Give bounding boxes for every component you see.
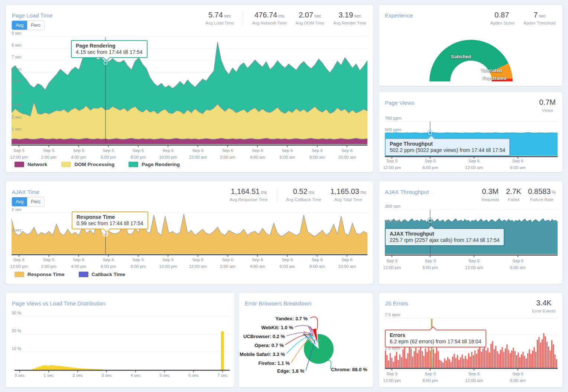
panel-page-load-time: Page Load Time Avg Perc 5.74sec Avg Load… bbox=[6, 4, 373, 172]
response-time-tooltip: Response Time 0.99 sec from 17:44 till 1… bbox=[72, 211, 148, 229]
x-axis-label: Sep 66:00 am bbox=[272, 148, 303, 161]
x-axis-label: Sep 68:00 am bbox=[302, 257, 333, 270]
legend-item-response-time[interactable]: Response Time bbox=[14, 272, 65, 277]
x-tick-line: 10:00 am bbox=[331, 154, 363, 161]
stat-value: 3.19 bbox=[338, 11, 353, 19]
page-title: AJAX Time bbox=[12, 189, 39, 195]
x-axis-label: Sep 66:00 am bbox=[272, 257, 303, 270]
x-axis-label: 2 sec bbox=[62, 372, 93, 379]
pie-label-mobile-safari: Mobile Safari: 3.3 % bbox=[240, 351, 285, 357]
perc-button[interactable]: Perc bbox=[27, 197, 44, 206]
x-tick-line: 6:00 pm bbox=[415, 165, 446, 171]
x-tick-line: Sep 6 bbox=[302, 148, 333, 154]
x-tick-line: Sep 6 bbox=[272, 257, 303, 263]
stat-value: 1,164.51 bbox=[231, 187, 260, 195]
page-throughput-tooltip: Page Throughput 502.2 ppm (5022 page vie… bbox=[385, 138, 510, 156]
callback-time-swatch bbox=[79, 272, 88, 277]
panel-ajax-throughput: AJAX Throughput 0.3M Requests 2.7K Faile… bbox=[379, 181, 563, 284]
stat-value: 0.7M bbox=[539, 98, 556, 106]
avg-button[interactable]: Avg bbox=[12, 21, 27, 30]
pie-label-chrome: Chrome: 88.0 % bbox=[331, 367, 367, 372]
page-load-chart[interactable] bbox=[6, 5, 373, 172]
x-axis-label: Sep 612:00 am bbox=[458, 158, 490, 171]
legend-item-callback-time[interactable]: Callback Time bbox=[79, 272, 126, 277]
stat-label: Requests bbox=[481, 197, 499, 202]
x-axis-label: Sep 54:00 pm bbox=[63, 148, 94, 161]
stat-unit: ms bbox=[309, 190, 315, 195]
x-tick-line: Sep 6 bbox=[272, 148, 303, 154]
response-time-swatch bbox=[14, 272, 24, 277]
panel-error-browsers-breakdown: Error Browsers Breakdown Chrome: 88.0 %E… bbox=[238, 292, 373, 388]
x-tick-line: Sep 6 bbox=[458, 158, 490, 165]
x-tick-line: 6:00 am bbox=[272, 263, 303, 270]
stat-label: Avg DOM Time bbox=[296, 21, 325, 25]
error-browsers-pie[interactable] bbox=[239, 293, 373, 387]
avg-button[interactable]: Avg bbox=[12, 197, 27, 206]
y-axis-label: 7 sec bbox=[12, 55, 22, 59]
x-axis-label: 1 sec bbox=[33, 372, 64, 379]
pie-label-opera: Opera: 0.7 % bbox=[254, 343, 284, 348]
x-axis-label: Sep 64:00 am bbox=[242, 148, 273, 161]
x-tick-line: Sep 5 bbox=[3, 148, 35, 154]
page-rendering-swatch bbox=[129, 162, 138, 167]
y-axis-label: 5 sec bbox=[12, 79, 22, 83]
stat-label: Avg Callback Time bbox=[286, 197, 321, 202]
x-axis-label: Sep 68:00 am bbox=[302, 148, 333, 161]
x-tick-line: Sep 5 bbox=[123, 257, 154, 263]
stat-label: Avg Load Time bbox=[205, 21, 234, 25]
stat-unit: ms bbox=[261, 190, 267, 195]
stat-label: Views bbox=[539, 108, 556, 113]
x-tick-line: Sep 5 bbox=[152, 148, 184, 154]
x-tick-line: Sep 5 bbox=[3, 257, 35, 263]
ajax-throughput-stats: 0.3M Requests 2.7K Failed 0.8583% Failur… bbox=[481, 187, 556, 202]
x-tick-line: Sep 5 bbox=[415, 371, 446, 378]
stat-views: 0.7M Views bbox=[539, 98, 556, 113]
x-axis-label: Sep 610:00 am bbox=[331, 148, 363, 161]
stat-avg-render-time: 3.19sec Avg Render Time bbox=[333, 11, 366, 25]
x-tick-line: 10:00 pm bbox=[152, 263, 184, 270]
page-title: Error Browsers Breakdown bbox=[245, 300, 311, 307]
panel-load-time-distribution: Page Views vs Load Time Distribution 0 s… bbox=[6, 292, 235, 388]
x-tick-line: 12:00 pm bbox=[376, 165, 408, 171]
x-tick-line: Sep 6 bbox=[242, 148, 273, 154]
page-load-legend: Network DOM Processing Page Rendering bbox=[14, 162, 180, 167]
x-tick-line: Sep 5 bbox=[376, 371, 408, 378]
x-tick-line: Sep 6 bbox=[182, 257, 214, 263]
pie-label-ucbrowser: UCBrowser: 0.2 % bbox=[243, 334, 285, 339]
x-tick-line: Sep 6 bbox=[502, 371, 533, 378]
x-tick-line: Sep 5 bbox=[93, 257, 124, 263]
x-axis-label: Sep 512:00 pm bbox=[376, 158, 408, 171]
legend-item-page-rendering[interactable]: Page Rendering bbox=[129, 162, 180, 167]
tooltip-body: 6.2 epm (62 errors) from 17:54 till 18:0… bbox=[390, 338, 481, 344]
legend-label: Page Rendering bbox=[142, 162, 180, 167]
x-tick-line: 12:00 pm bbox=[376, 265, 408, 271]
x-axis-label: Sep 66:00 am bbox=[502, 158, 533, 171]
tooltip-title: Page Throughput bbox=[390, 141, 505, 147]
stat-value: 476.74 bbox=[254, 11, 277, 19]
legend-item-network[interactable]: Network bbox=[14, 162, 47, 167]
y-axis-label: 3 sec bbox=[12, 103, 22, 107]
dom-processing-swatch bbox=[61, 162, 71, 167]
y-axis-label: 200 rpm bbox=[385, 219, 400, 223]
stat-avg-callback-time: 0.52ms Avg Callback Time bbox=[286, 187, 321, 202]
x-tick-line: 12:00 pm bbox=[376, 378, 408, 384]
x-tick-line: 6:00 am bbox=[272, 154, 303, 161]
x-axis-label: Sep 510:00 pm bbox=[152, 148, 184, 161]
legend-item-dom-processing[interactable]: DOM Processing bbox=[61, 162, 114, 167]
tooltip-title: AJAX Throughput bbox=[390, 231, 500, 237]
x-axis-label: Sep 58:00 pm bbox=[123, 148, 154, 161]
x-tick-line: Sep 6 bbox=[182, 148, 214, 154]
y-axis-label: 9 sec bbox=[12, 31, 22, 35]
stat-value: 2.7K bbox=[506, 187, 521, 195]
x-tick-line: 12:00 pm bbox=[3, 263, 35, 270]
page-title: Page Load Time bbox=[12, 12, 52, 19]
stat-avg-dom-time: 2.07sec Avg DOM Time bbox=[296, 11, 325, 25]
stat-value: 3.4K bbox=[536, 299, 551, 307]
stat-value: 5.74 bbox=[208, 11, 223, 19]
perc-button[interactable]: Perc bbox=[27, 21, 44, 30]
stat-label: Failed bbox=[506, 197, 521, 202]
y-axis-label: 7.5 epm bbox=[385, 312, 400, 317]
gauge-label-frustrated: Frustrated bbox=[483, 75, 506, 81]
x-axis-label: Sep 56:00 pm bbox=[93, 257, 124, 270]
x-axis-label: Sep 52:00 pm bbox=[33, 148, 64, 161]
